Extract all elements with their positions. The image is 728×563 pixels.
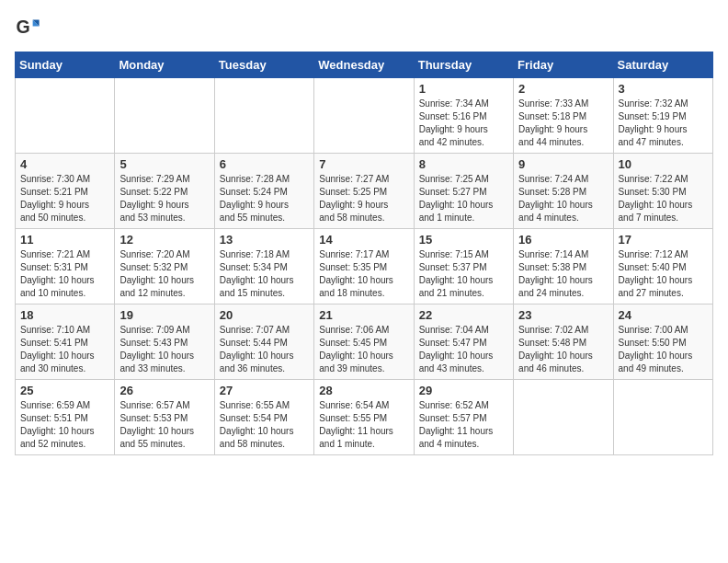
calendar-cell: 13Sunrise: 7:18 AMSunset: 5:34 PMDayligh… <box>214 229 313 304</box>
calendar-cell: 3Sunrise: 7:32 AMSunset: 5:19 PMDaylight… <box>613 78 712 154</box>
day-info: Sunrise: 7:02 AMSunset: 5:48 PMDaylight:… <box>518 324 608 375</box>
calendar-cell: 5Sunrise: 7:29 AMSunset: 5:22 PMDaylight… <box>115 154 214 229</box>
day-number: 3 <box>619 82 708 96</box>
calendar-cell: 1Sunrise: 7:34 AMSunset: 5:16 PMDaylight… <box>414 78 513 154</box>
calendar-cell: 12Sunrise: 7:20 AMSunset: 5:32 PMDayligh… <box>115 229 214 304</box>
calendar-cell: 17Sunrise: 7:12 AMSunset: 5:40 PMDayligh… <box>613 229 712 304</box>
weekday-header-saturday: Saturday <box>613 52 712 78</box>
day-number: 12 <box>119 233 209 247</box>
calendar-cell: 21Sunrise: 7:06 AMSunset: 5:45 PMDayligh… <box>314 304 414 380</box>
day-info: Sunrise: 7:20 AMSunset: 5:32 PMDaylight:… <box>119 248 209 300</box>
day-number: 7 <box>319 157 408 171</box>
calendar-cell: 28Sunrise: 6:54 AMSunset: 5:55 PMDayligh… <box>314 380 414 455</box>
day-number: 27 <box>220 384 309 397</box>
weekday-header-wednesday: Wednesday <box>314 52 414 78</box>
day-info: Sunrise: 7:18 AMSunset: 5:34 PMDaylight:… <box>220 248 309 300</box>
day-number: 22 <box>419 308 508 322</box>
day-number: 4 <box>20 157 109 171</box>
logo: G <box>15 15 44 40</box>
day-info: Sunrise: 7:12 AMSunset: 5:40 PMDaylight:… <box>619 248 708 300</box>
day-info: Sunrise: 7:34 AMSunset: 5:16 PMDaylight:… <box>419 98 508 149</box>
calendar-cell: 19Sunrise: 7:09 AMSunset: 5:43 PMDayligh… <box>115 304 214 380</box>
week-row-5: 25Sunrise: 6:59 AMSunset: 5:51 PMDayligh… <box>16 380 713 455</box>
day-number: 26 <box>119 384 209 397</box>
week-row-1: 1Sunrise: 7:34 AMSunset: 5:16 PMDaylight… <box>16 78 713 154</box>
day-info: Sunrise: 7:14 AMSunset: 5:38 PMDaylight:… <box>518 248 608 300</box>
day-number: 8 <box>419 157 508 171</box>
weekday-header-sunday: Sunday <box>16 52 115 78</box>
calendar-cell: 2Sunrise: 7:33 AMSunset: 5:18 PMDaylight… <box>514 78 613 154</box>
calendar-cell: 29Sunrise: 6:52 AMSunset: 5:57 PMDayligh… <box>414 380 513 455</box>
calendar-cell: 11Sunrise: 7:21 AMSunset: 5:31 PMDayligh… <box>16 229 115 304</box>
day-info: Sunrise: 7:24 AMSunset: 5:28 PMDaylight:… <box>518 173 608 224</box>
day-number: 1 <box>419 82 508 96</box>
svg-text:G: G <box>16 17 29 37</box>
day-info: Sunrise: 7:17 AMSunset: 5:35 PMDaylight:… <box>319 248 408 300</box>
calendar-cell: 24Sunrise: 7:00 AMSunset: 5:50 PMDayligh… <box>613 304 712 380</box>
calendar-cell: 9Sunrise: 7:24 AMSunset: 5:28 PMDaylight… <box>514 154 613 229</box>
day-info: Sunrise: 7:21 AMSunset: 5:31 PMDaylight:… <box>20 248 109 300</box>
calendar-cell: 23Sunrise: 7:02 AMSunset: 5:48 PMDayligh… <box>514 304 613 380</box>
day-info: Sunrise: 7:25 AMSunset: 5:27 PMDaylight:… <box>419 173 508 224</box>
day-number: 19 <box>119 308 209 322</box>
weekday-header-friday: Friday <box>514 52 613 78</box>
day-info: Sunrise: 7:30 AMSunset: 5:21 PMDaylight:… <box>20 173 109 224</box>
calendar-cell <box>16 78 115 154</box>
weekday-header-thursday: Thursday <box>414 52 513 78</box>
calendar-cell <box>214 78 313 154</box>
day-info: Sunrise: 7:04 AMSunset: 5:47 PMDaylight:… <box>419 324 508 375</box>
calendar-cell: 6Sunrise: 7:28 AMSunset: 5:24 PMDaylight… <box>214 154 313 229</box>
day-number: 29 <box>419 384 508 397</box>
day-number: 25 <box>20 384 109 397</box>
day-number: 15 <box>419 233 508 247</box>
day-number: 21 <box>319 308 408 322</box>
day-info: Sunrise: 7:28 AMSunset: 5:24 PMDaylight:… <box>220 173 309 224</box>
weekday-header-monday: Monday <box>115 52 214 78</box>
day-info: Sunrise: 6:54 AMSunset: 5:55 PMDaylight:… <box>319 399 408 451</box>
logo-icon: G <box>15 15 40 40</box>
day-number: 6 <box>220 157 309 171</box>
day-number: 11 <box>20 233 109 247</box>
calendar-cell: 16Sunrise: 7:14 AMSunset: 5:38 PMDayligh… <box>514 229 613 304</box>
calendar-cell: 26Sunrise: 6:57 AMSunset: 5:53 PMDayligh… <box>115 380 214 455</box>
day-number: 9 <box>518 157 608 171</box>
day-info: Sunrise: 7:29 AMSunset: 5:22 PMDaylight:… <box>119 173 209 224</box>
calendar-cell <box>613 380 712 455</box>
weekday-header-tuesday: Tuesday <box>214 52 313 78</box>
calendar-cell: 10Sunrise: 7:22 AMSunset: 5:30 PMDayligh… <box>613 154 712 229</box>
weekday-header-row: SundayMondayTuesdayWednesdayThursdayFrid… <box>16 52 713 78</box>
calendar-cell: 14Sunrise: 7:17 AMSunset: 5:35 PMDayligh… <box>314 229 414 304</box>
day-number: 10 <box>619 157 708 171</box>
day-number: 24 <box>619 308 708 322</box>
day-number: 18 <box>20 308 109 322</box>
day-info: Sunrise: 7:06 AMSunset: 5:45 PMDaylight:… <box>319 324 408 375</box>
day-info: Sunrise: 7:27 AMSunset: 5:25 PMDaylight:… <box>319 173 408 224</box>
calendar-cell <box>115 78 214 154</box>
calendar-cell <box>314 78 414 154</box>
calendar-cell: 20Sunrise: 7:07 AMSunset: 5:44 PMDayligh… <box>214 304 313 380</box>
day-number: 13 <box>220 233 309 247</box>
day-number: 17 <box>619 233 708 247</box>
day-info: Sunrise: 6:55 AMSunset: 5:54 PMDaylight:… <box>220 399 309 451</box>
day-number: 14 <box>319 233 408 247</box>
week-row-3: 11Sunrise: 7:21 AMSunset: 5:31 PMDayligh… <box>16 229 713 304</box>
calendar-cell <box>514 380 613 455</box>
day-number: 16 <box>518 233 608 247</box>
day-info: Sunrise: 7:32 AMSunset: 5:19 PMDaylight:… <box>619 98 708 149</box>
week-row-4: 18Sunrise: 7:10 AMSunset: 5:41 PMDayligh… <box>16 304 713 380</box>
calendar-cell: 27Sunrise: 6:55 AMSunset: 5:54 PMDayligh… <box>214 380 313 455</box>
day-number: 28 <box>319 384 408 397</box>
calendar-cell: 25Sunrise: 6:59 AMSunset: 5:51 PMDayligh… <box>16 380 115 455</box>
day-info: Sunrise: 7:07 AMSunset: 5:44 PMDaylight:… <box>220 324 309 375</box>
calendar-cell: 4Sunrise: 7:30 AMSunset: 5:21 PMDaylight… <box>16 154 115 229</box>
day-info: Sunrise: 7:15 AMSunset: 5:37 PMDaylight:… <box>419 248 508 300</box>
week-row-2: 4Sunrise: 7:30 AMSunset: 5:21 PMDaylight… <box>16 154 713 229</box>
day-info: Sunrise: 7:00 AMSunset: 5:50 PMDaylight:… <box>619 324 708 375</box>
day-info: Sunrise: 6:59 AMSunset: 5:51 PMDaylight:… <box>20 399 109 451</box>
calendar-cell: 15Sunrise: 7:15 AMSunset: 5:37 PMDayligh… <box>414 229 513 304</box>
day-number: 5 <box>119 157 209 171</box>
calendar-cell: 8Sunrise: 7:25 AMSunset: 5:27 PMDaylight… <box>414 154 513 229</box>
day-info: Sunrise: 7:22 AMSunset: 5:30 PMDaylight:… <box>619 173 708 224</box>
day-info: Sunrise: 6:57 AMSunset: 5:53 PMDaylight:… <box>119 399 209 451</box>
day-info: Sunrise: 6:52 AMSunset: 5:57 PMDaylight:… <box>419 399 508 451</box>
